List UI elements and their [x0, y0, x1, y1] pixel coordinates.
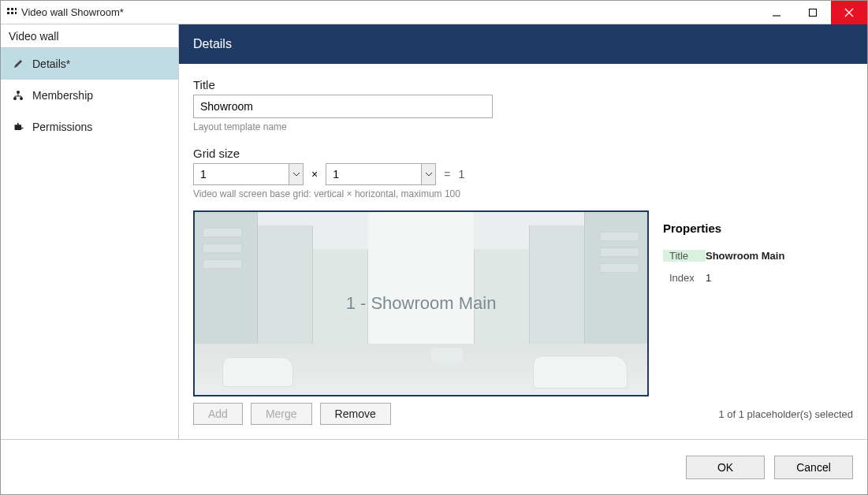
- app-icon: [7, 8, 17, 17]
- sidebar-item-membership[interactable]: Membership: [1, 80, 178, 111]
- property-key: Index: [663, 272, 706, 284]
- dialog-footer: OK Cancel: [1, 439, 867, 494]
- grid-hint: Video wall screen base grid: vertical × …: [193, 188, 853, 199]
- svg-rect-4: [15, 8, 17, 10]
- property-key: Title: [663, 250, 706, 262]
- svg-rect-2: [7, 12, 9, 14]
- grid-vertical-value: 1: [194, 168, 289, 181]
- sidebar: Video wall Details* Membership Permissio…: [1, 24, 179, 439]
- chevron-down-icon[interactable]: [289, 164, 303, 184]
- properties-heading: Properties: [663, 221, 853, 235]
- preview-overlay-text: 1 - Showroom Main: [346, 293, 497, 314]
- grid-result: 1: [458, 168, 464, 181]
- sidebar-header[interactable]: Video wall: [1, 24, 178, 48]
- cancel-button[interactable]: Cancel: [774, 456, 853, 479]
- title-label: Title: [193, 78, 853, 91]
- minimize-button[interactable]: [758, 1, 795, 24]
- ok-button[interactable]: OK: [686, 456, 765, 479]
- close-button[interactable]: [831, 1, 867, 24]
- puzzle-icon: [12, 121, 24, 133]
- sidebar-item-label: Permissions: [32, 121, 92, 133]
- panel-header: Details: [179, 24, 867, 64]
- title-input[interactable]: [193, 95, 493, 118]
- svg-rect-1: [11, 8, 13, 10]
- svg-rect-6: [810, 9, 817, 17]
- selection-status: 1 of 1 placeholder(s) selected: [718, 408, 853, 420]
- svg-rect-0: [7, 8, 9, 10]
- merge-button[interactable]: Merge: [251, 403, 312, 425]
- svg-point-9: [20, 97, 23, 100]
- window-title: Video wall Showroom*: [21, 6, 758, 18]
- svg-point-8: [13, 97, 17, 100]
- property-value: Showroom Main: [706, 250, 784, 262]
- grid-vertical-select[interactable]: 1: [193, 163, 304, 185]
- sidebar-item-details[interactable]: Details*: [1, 48, 178, 80]
- equals-symbol: =: [444, 168, 450, 181]
- times-symbol: ×: [311, 168, 318, 181]
- grid-horizontal-value: 1: [326, 168, 421, 181]
- titlebar: Video wall Showroom*: [1, 1, 867, 24]
- svg-point-7: [17, 91, 20, 94]
- chevron-down-icon[interactable]: [421, 164, 435, 184]
- pencil-icon: [12, 58, 24, 70]
- hierarchy-icon: [12, 89, 24, 102]
- remove-button[interactable]: Remove: [320, 403, 391, 425]
- sidebar-item-label: Details*: [32, 58, 70, 70]
- maximize-button[interactable]: [795, 1, 831, 24]
- grid-size-label: Grid size: [193, 147, 853, 160]
- sidebar-item-permissions[interactable]: Permissions: [1, 111, 178, 143]
- svg-rect-3: [11, 12, 13, 14]
- layout-preview[interactable]: 1 - Showroom Main: [193, 210, 649, 396]
- property-value: 1: [706, 272, 711, 284]
- title-hint: Layout template name: [193, 121, 853, 132]
- grid-horizontal-select[interactable]: 1: [326, 163, 436, 185]
- property-row-index[interactable]: Index 1: [663, 266, 853, 288]
- property-row-title[interactable]: Title Showroom Main: [663, 244, 853, 266]
- sidebar-item-label: Membership: [32, 89, 93, 102]
- svg-rect-5: [15, 12, 17, 14]
- add-button[interactable]: Add: [193, 403, 243, 425]
- properties-panel: Properties Title Showroom Main Index 1: [663, 210, 853, 396]
